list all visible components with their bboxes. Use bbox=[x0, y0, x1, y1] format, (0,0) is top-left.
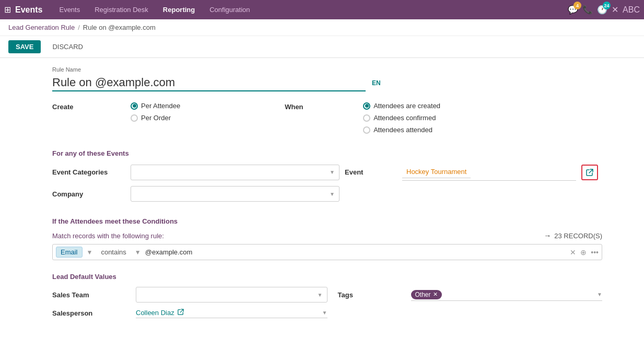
when-label: When bbox=[285, 102, 347, 111]
attendees-created-radio[interactable] bbox=[363, 102, 370, 110]
breadcrumb-current: Rule on @example.com bbox=[83, 24, 156, 31]
attendees-attended-label: Attendees attended bbox=[373, 126, 432, 134]
attendees-attended-radio[interactable] bbox=[363, 126, 370, 134]
messages-icon-btn[interactable]: 💬 4 bbox=[568, 5, 578, 15]
records-count-value: 23 RECORD(S) bbox=[554, 232, 602, 240]
tags-field[interactable]: Other ✕ ▼ bbox=[411, 289, 603, 301]
close-icon-btn[interactable]: ✕ bbox=[612, 5, 618, 15]
attendees-created-option[interactable]: Attendees are created bbox=[363, 102, 440, 110]
close-icon: ✕ bbox=[612, 5, 618, 14]
filter-field-arrow-icon: ▼ bbox=[87, 249, 93, 256]
breadcrumb: Lead Generation Rule / Rule on @example.… bbox=[0, 19, 644, 36]
filter-operator-arrow-icon: ▼ bbox=[135, 249, 141, 256]
nav-reporting[interactable]: Reporting bbox=[157, 3, 201, 17]
conditions-section-header: If the Attendees meet these Conditions bbox=[52, 217, 602, 225]
filter-add-icon[interactable]: ⊕ bbox=[580, 248, 587, 257]
discard-button[interactable]: DISCARD bbox=[45, 40, 90, 53]
toolbar: SAVE DISCARD bbox=[0, 36, 644, 58]
nav-configuration[interactable]: Configuration bbox=[203, 3, 256, 17]
lead-defaults-section-header: Lead Default Values bbox=[52, 273, 602, 281]
tags-label: Tags bbox=[338, 291, 401, 299]
salesperson-external-link-icon[interactable] bbox=[178, 309, 184, 317]
per-attendee-radio[interactable] bbox=[131, 102, 138, 110]
breadcrumb-separator: / bbox=[78, 24, 80, 31]
sales-team-select[interactable]: ▼ bbox=[136, 287, 327, 303]
company-select[interactable]: ▼ bbox=[131, 186, 339, 202]
records-count: → 23 RECORD(S) bbox=[544, 231, 602, 240]
tags-arrow-icon: ▼ bbox=[597, 292, 602, 297]
per-attendee-option[interactable]: Per Attendee bbox=[131, 102, 180, 110]
attendees-attended-option[interactable]: Attendees attended bbox=[363, 126, 440, 134]
save-button[interactable]: SAVE bbox=[8, 40, 41, 53]
event-label: Event bbox=[345, 168, 397, 176]
nav-links: Events Registration Desk Reporting Confi… bbox=[53, 3, 568, 17]
attendees-confirmed-radio[interactable] bbox=[363, 114, 370, 122]
arrow-right-icon: → bbox=[544, 231, 551, 240]
company-label: Company bbox=[52, 190, 125, 198]
rule-name-label: Rule Name bbox=[52, 66, 602, 73]
rule-name-input[interactable] bbox=[52, 75, 366, 91]
per-order-radio[interactable] bbox=[131, 114, 138, 122]
tag-other-label: Other bbox=[415, 291, 431, 298]
messages-badge: 4 bbox=[573, 2, 581, 9]
lang-badge: EN bbox=[372, 79, 381, 87]
create-radio-group: Per Attendee Per Order bbox=[131, 102, 180, 122]
per-order-option[interactable]: Per Order bbox=[131, 114, 180, 122]
event-categories-arrow-icon: ▼ bbox=[330, 169, 335, 175]
per-attendee-label: Per Attendee bbox=[141, 102, 180, 110]
event-categories-select[interactable]: ▼ bbox=[131, 165, 339, 180]
nav-events[interactable]: Events bbox=[53, 3, 86, 17]
nav-registration-desk[interactable]: Registration Desk bbox=[88, 3, 155, 17]
user-avatar[interactable]: ABC bbox=[623, 5, 640, 15]
filter-value[interactable]: @example.com bbox=[145, 248, 193, 256]
filter-more-icon[interactable]: ••• bbox=[591, 248, 599, 257]
filter-remove-icon[interactable]: ✕ bbox=[570, 248, 576, 257]
nav-right-icons: 💬 4 📞 🕐 24 ✕ ABC bbox=[568, 5, 640, 15]
match-records-text: Match records with the following rule: bbox=[52, 232, 164, 240]
clock-icon-btn[interactable]: 🕐 24 bbox=[597, 5, 607, 15]
attendees-confirmed-option[interactable]: Attendees confirmed bbox=[363, 114, 440, 122]
app-name: Events bbox=[15, 5, 42, 15]
tag-other-remove-icon[interactable]: ✕ bbox=[433, 291, 438, 298]
filter-actions: ✕ ⊕ ••• bbox=[570, 248, 599, 257]
event-value: Hockey Tournament bbox=[402, 166, 471, 178]
attendees-confirmed-label: Attendees confirmed bbox=[373, 114, 436, 122]
user-label: ABC bbox=[623, 5, 640, 14]
per-order-label: Per Order bbox=[141, 114, 171, 122]
attendees-created-label: Attendees are created bbox=[373, 102, 440, 110]
breadcrumb-parent[interactable]: Lead Generation Rule bbox=[8, 24, 75, 31]
filter-operator[interactable]: contains bbox=[97, 248, 130, 256]
form-container: Rule Name EN Create Per Attendee Per Ord… bbox=[0, 58, 644, 327]
tag-other-badge[interactable]: Other ✕ bbox=[411, 290, 442, 299]
company-arrow-icon: ▼ bbox=[330, 191, 335, 197]
top-nav: ⊞ Events Events Registration Desk Report… bbox=[0, 0, 644, 19]
lead-defaults-grid: Sales Team ▼ Tags Other ✕ ▼ Salesperson … bbox=[52, 287, 602, 318]
filter-row: Email ▼ contains ▼ @example.com ✕ ⊕ ••• bbox=[52, 244, 602, 260]
event-categories-label: Event Categories bbox=[52, 168, 125, 176]
event-external-link-button[interactable] bbox=[581, 165, 598, 180]
salesperson-value: Colleen Diaz bbox=[136, 309, 174, 317]
create-label: Create bbox=[52, 102, 115, 111]
phone-icon-btn[interactable]: 📞 bbox=[582, 5, 593, 15]
phone-icon: 📞 bbox=[582, 5, 593, 14]
for-events-section-header: For any of these Events bbox=[52, 149, 602, 157]
filter-field-tag[interactable]: Email bbox=[56, 247, 83, 258]
salesperson-field[interactable]: Colleen Diaz ▼ bbox=[136, 308, 327, 318]
sales-team-label: Sales Team bbox=[52, 291, 125, 299]
salesperson-arrow-icon: ▼ bbox=[322, 310, 327, 316]
sales-team-arrow-icon: ▼ bbox=[318, 292, 323, 298]
rule-name-section: Rule Name EN bbox=[52, 66, 602, 91]
when-radio-group: Attendees are created Attendees confirme… bbox=[363, 102, 440, 134]
salesperson-label: Salesperson bbox=[52, 309, 125, 317]
app-grid-icon[interactable]: ⊞ bbox=[4, 5, 11, 15]
clock-badge: 24 bbox=[603, 2, 611, 9]
